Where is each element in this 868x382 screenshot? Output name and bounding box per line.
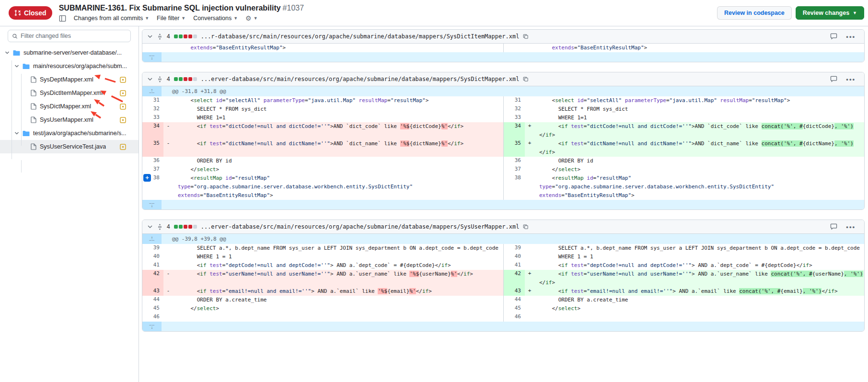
code-cell[interactable]: <if test="dictName!=null and dictName!='…: [534, 139, 864, 157]
code-cell[interactable]: WHERE 1=1: [173, 114, 503, 122]
conversations-dropdown[interactable]: Conversations▼: [193, 15, 238, 22]
line-number[interactable]: 31: [142, 96, 163, 105]
code-cell[interactable]: </select>: [173, 165, 503, 174]
toggle-comments-button[interactable]: [830, 76, 837, 82]
code-cell[interactable]: <if test="dictCode!=null and dictCode!='…: [173, 122, 503, 139]
code-cell[interactable]: </select>: [534, 304, 864, 313]
code-cell[interactable]: <resultMap id="resultMap"type="org.apach…: [173, 174, 503, 200]
line-number[interactable]: 43: [142, 287, 163, 296]
code-cell[interactable]: extends="BaseEntityResultMap">: [173, 44, 503, 52]
line-number[interactable]: 45: [504, 304, 525, 313]
line-number[interactable]: 31: [504, 96, 525, 105]
drag-handle-icon[interactable]: [157, 34, 163, 40]
code-cell[interactable]: SELECT a.*, b.dept_name FROM sys_user a …: [534, 244, 864, 253]
code-cell[interactable]: [173, 313, 503, 322]
line-number[interactable]: 38+: [142, 174, 163, 200]
collapse-file-button[interactable]: [147, 224, 153, 230]
code-cell[interactable]: <if test="userName!=null and userName!='…: [173, 270, 503, 287]
line-number[interactable]: 41: [142, 261, 163, 270]
code-cell[interactable]: WHERE 1 = 1: [534, 253, 864, 261]
code-cell[interactable]: <select id="selectAll" parameterType="ja…: [173, 96, 503, 105]
changes-from-dropdown[interactable]: Changes from all commits▼: [74, 15, 149, 22]
line-number[interactable]: 35: [504, 139, 525, 157]
expand-down-button[interactable]: ┈┈↓: [142, 322, 162, 331]
line-number[interactable]: 33: [142, 114, 163, 122]
line-number[interactable]: 36: [504, 157, 525, 165]
code-cell[interactable]: ORDER BY a.create_time: [534, 296, 864, 304]
line-number[interactable]: 37: [142, 165, 163, 174]
sidebar-folder-main-resources-org-apache-subm-[interactable]: main/resources/org/apache/subm...: [0, 59, 139, 73]
code-cell[interactable]: SELECT * FROM sys_dict: [534, 105, 864, 114]
line-number[interactable]: 38: [504, 174, 525, 200]
tree-chevron[interactable]: [4, 50, 11, 55]
toggle-comments-button[interactable]: [830, 33, 837, 40]
file-path[interactable]: ...erver-database/src/main/resources/org…: [201, 223, 520, 230]
line-number[interactable]: 36: [142, 157, 163, 165]
line-number[interactable]: 43: [504, 287, 525, 296]
review-in-codespace-button[interactable]: Review in codespace: [717, 6, 792, 20]
code-cell[interactable]: WHERE 1 = 1: [173, 253, 503, 261]
line-number[interactable]: 41: [504, 261, 525, 270]
line-number[interactable]: [142, 44, 163, 52]
code-cell[interactable]: <if test="dictCode!=null and dictCode!='…: [534, 122, 864, 139]
code-cell[interactable]: <if test="email!=null and email!=''"> AN…: [534, 287, 864, 296]
line-number[interactable]: 42: [504, 270, 525, 287]
add-comment-button[interactable]: +: [143, 174, 151, 182]
code-cell[interactable]: SELECT * FROM sys_dict: [173, 105, 503, 114]
code-cell[interactable]: <resultMap id="resultMap"type="org.apach…: [534, 174, 864, 200]
line-number[interactable]: 44: [504, 296, 525, 304]
code-cell[interactable]: <if test="userName!=null and userName!='…: [534, 270, 864, 287]
line-number[interactable]: 46: [504, 313, 525, 322]
filter-changed-files-input[interactable]: [21, 33, 127, 39]
code-cell[interactable]: </select>: [534, 165, 864, 174]
expand-down-button[interactable]: ┈┈↓: [142, 200, 162, 209]
drag-handle-icon[interactable]: [157, 224, 163, 230]
line-number[interactable]: 42: [142, 270, 163, 287]
code-cell[interactable]: <if test="deptCode!=null and deptCode!='…: [173, 261, 503, 270]
line-number[interactable]: 33: [504, 114, 525, 122]
line-number[interactable]: [504, 44, 525, 52]
line-number[interactable]: 45: [142, 304, 163, 313]
tree-chevron[interactable]: [13, 131, 20, 136]
file-path[interactable]: ...r-database/src/main/resources/org/apa…: [201, 33, 520, 40]
code-cell[interactable]: </select>: [173, 304, 503, 313]
line-number[interactable]: 32: [504, 105, 525, 114]
line-number[interactable]: 46: [142, 313, 163, 322]
code-cell[interactable]: ORDER BY id: [534, 157, 864, 165]
expand-down-button[interactable]: ┈┈↓: [142, 52, 162, 62]
code-cell[interactable]: [534, 313, 864, 322]
copy-path-button[interactable]: [523, 76, 529, 82]
file-options-kebab[interactable]: •••: [846, 76, 856, 83]
expand-hunk-button[interactable]: ↑┈┈: [142, 86, 162, 96]
code-cell[interactable]: WHERE 1=1: [534, 114, 864, 122]
file-path[interactable]: ...erver-database/src/main/resources/org…: [201, 76, 520, 82]
sidebar-folder-submarine-server-server-database-[interactable]: submarine-server/server-database/...: [0, 46, 139, 59]
code-cell[interactable]: SELECT a.*, b.dept_name FROM sys_user a …: [173, 244, 503, 253]
line-number[interactable]: 40: [504, 253, 525, 261]
file-options-kebab[interactable]: •••: [846, 33, 856, 40]
review-changes-button[interactable]: Review changes▼: [796, 6, 864, 20]
code-cell[interactable]: <if test="email!=null and email!=''"> AN…: [173, 287, 503, 296]
copy-path-button[interactable]: [523, 224, 529, 230]
collapse-file-button[interactable]: [147, 34, 153, 39]
code-cell[interactable]: ORDER BY a.create_time: [173, 296, 503, 304]
line-number[interactable]: 34: [142, 122, 163, 139]
line-number[interactable]: 35: [142, 139, 163, 157]
line-number[interactable]: 37: [504, 165, 525, 174]
code-cell[interactable]: <select id="selectAll" parameterType="ja…: [534, 96, 864, 105]
copy-path-button[interactable]: [523, 34, 529, 40]
code-cell[interactable]: extends="BaseEntityResultMap">: [534, 44, 864, 52]
diff-settings-dropdown[interactable]: ⚙▼: [245, 14, 257, 22]
line-number[interactable]: 40: [142, 253, 163, 261]
tree-chevron[interactable]: [13, 64, 20, 69]
file-filter-dropdown[interactable]: File filter▼: [157, 15, 185, 22]
code-cell[interactable]: <if test="dictName!=null and dictName!='…: [173, 139, 503, 157]
line-number[interactable]: 34: [504, 122, 525, 139]
expand-hunk-button[interactable]: ↑┈┈: [142, 234, 162, 244]
toggle-file-tree-button[interactable]: [59, 15, 66, 22]
code-cell[interactable]: ORDER BY id: [173, 157, 503, 165]
toggle-comments-button[interactable]: [830, 223, 837, 230]
code-cell[interactable]: <if test="deptCode!=null and deptCode!='…: [534, 261, 864, 270]
file-options-kebab[interactable]: •••: [846, 223, 856, 231]
drag-handle-icon[interactable]: [157, 76, 163, 82]
